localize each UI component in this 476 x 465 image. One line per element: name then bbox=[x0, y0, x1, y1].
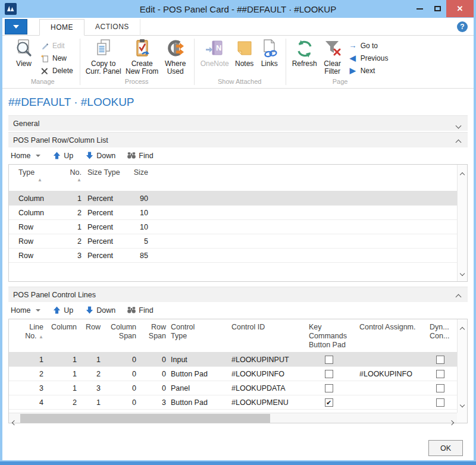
table-row[interactable]: 4 2 1 0 3 Button Pad #LOOKUPMENU ✔ bbox=[9, 395, 457, 410]
move-up-button[interactable]: Up bbox=[52, 306, 73, 315]
column-header-control-type[interactable]: Control Type bbox=[166, 319, 226, 352]
column-header-key-commands[interactable]: Key Commands Button Pad bbox=[303, 319, 355, 352]
copy-to-curr-panel-button[interactable]: Copy to Curr. Panel bbox=[84, 37, 123, 76]
links-button[interactable]: Links bbox=[258, 37, 281, 68]
close-button[interactable]: ✕ bbox=[446, 0, 474, 17]
table-row[interactable]: 3 1 3 0 0 Panel #LOOKUPDATA bbox=[9, 381, 457, 395]
pencil-icon bbox=[40, 41, 49, 51]
view-label: View bbox=[16, 60, 32, 68]
scroll-down-icon[interactable] bbox=[461, 267, 464, 278]
table-row[interactable]: 1 1 1 0 0 Input #LOOKUPINPUT bbox=[9, 353, 457, 367]
move-down-button[interactable]: Down bbox=[85, 306, 115, 315]
key-commands-checkbox[interactable] bbox=[325, 356, 333, 364]
previous-button[interactable]: ◀ Previous bbox=[346, 52, 391, 64]
column-header-column[interactable]: Column bbox=[43, 319, 77, 352]
go-to-button[interactable]: → Go to bbox=[346, 39, 391, 52]
group-label-show-attached: Show Attached bbox=[198, 78, 281, 88]
column-header-control-id[interactable]: Control ID bbox=[226, 319, 303, 352]
ok-button[interactable]: OK bbox=[428, 440, 463, 456]
create-new-from-button[interactable]: Create New From bbox=[123, 37, 161, 76]
header-row: Row bbox=[77, 323, 101, 332]
section-header-general[interactable]: General bbox=[8, 115, 468, 131]
new-page-icon bbox=[40, 54, 49, 63]
delete-button[interactable]: Delete bbox=[37, 64, 76, 77]
maximize-button[interactable] bbox=[428, 0, 446, 17]
column-header-row[interactable]: Row bbox=[77, 319, 101, 352]
tab-home[interactable]: HOME bbox=[39, 19, 84, 36]
dyn-con-checkbox[interactable] bbox=[436, 384, 444, 392]
horizontal-scrollbar[interactable] bbox=[9, 413, 457, 423]
table-row[interactable]: Row 2 Percent 5 bbox=[9, 234, 457, 249]
column-header-size-type[interactable]: Size Type bbox=[82, 165, 126, 191]
manage-small-buttons: Edit New Delete bbox=[37, 37, 76, 77]
scroll-left-icon[interactable] bbox=[12, 416, 16, 427]
move-up-button[interactable]: Up bbox=[52, 152, 73, 160]
where-used-button[interactable]: Where Used bbox=[161, 37, 190, 76]
key-commands-checkbox[interactable] bbox=[325, 384, 333, 392]
refresh-button[interactable]: Refresh bbox=[290, 37, 320, 68]
edit-button[interactable]: Edit bbox=[37, 39, 76, 52]
column-header-control-assignm[interactable]: Control Assignm. bbox=[355, 319, 426, 352]
move-down-button[interactable]: Down bbox=[85, 152, 115, 160]
header-no: No. bbox=[25, 332, 36, 340]
header-control-id: Control ID bbox=[231, 323, 303, 332]
cell-dyn-con bbox=[426, 384, 455, 392]
dyn-con-checkbox[interactable] bbox=[436, 398, 444, 407]
dyn-con-checkbox[interactable] bbox=[436, 356, 444, 364]
column-header-row-span[interactable]: Row Span bbox=[136, 319, 166, 352]
home-menu-button[interactable]: Home bbox=[11, 152, 40, 160]
onenote-button[interactable]: N OneNote bbox=[198, 37, 231, 68]
column-header-column-span[interactable]: Column Span bbox=[101, 319, 136, 352]
section-header-rowcol-list[interactable]: POS Panel Row/Column List bbox=[8, 132, 468, 147]
column-header-dyn-con[interactable]: Dyn... Con... bbox=[426, 319, 455, 352]
next-label: Next bbox=[361, 67, 375, 75]
table-row[interactable]: Column 1 Percent 90 bbox=[9, 191, 457, 206]
minimize-button[interactable] bbox=[411, 0, 428, 17]
cell-no: 3 bbox=[61, 252, 82, 260]
header-key: Key bbox=[309, 323, 355, 332]
key-commands-checkbox[interactable]: ✔ bbox=[325, 398, 333, 407]
section-general-label: General bbox=[13, 120, 39, 128]
scroll-up-icon[interactable] bbox=[461, 323, 464, 334]
column-header-type[interactable]: Type ▲ bbox=[18, 165, 61, 191]
header-column: Column bbox=[43, 323, 77, 332]
table-row[interactable]: Column 2 Percent 10 bbox=[9, 206, 457, 220]
table-row[interactable]: 2 1 2 0 0 Button Pad #LOOKUPINFO #LOOKUP… bbox=[9, 367, 457, 381]
scrollbar-thumb[interactable] bbox=[20, 414, 270, 423]
section-header-control-lines[interactable]: POS Panel Control Lines bbox=[8, 287, 468, 302]
triangle-right-icon: ▶ bbox=[348, 66, 358, 76]
notes-button[interactable]: Notes bbox=[231, 37, 258, 68]
column-header-size[interactable]: Size bbox=[126, 165, 148, 191]
table-row[interactable]: Row 1 Percent 10 bbox=[9, 220, 457, 234]
column-header-no[interactable]: No. ▲ bbox=[61, 165, 82, 191]
find-button[interactable]: Find bbox=[127, 152, 153, 160]
tab-actions[interactable]: ACTIONS bbox=[84, 19, 140, 36]
find-button[interactable]: Find bbox=[127, 306, 153, 315]
table-row[interactable]: Row 3 Percent 85 bbox=[9, 249, 457, 263]
arrow-down-icon bbox=[85, 152, 93, 160]
home-menu-button[interactable]: Home bbox=[11, 306, 40, 315]
vertical-scrollbar[interactable] bbox=[457, 165, 467, 281]
page-title: ##DEFAULT · #LOOKUP bbox=[8, 96, 468, 114]
clear-filter-button[interactable]: Clear Filter bbox=[320, 37, 346, 76]
dyn-con-checkbox[interactable] bbox=[436, 370, 444, 378]
view-button[interactable]: View bbox=[10, 37, 37, 68]
binoculars-icon bbox=[127, 152, 136, 160]
header-no-with-sort: No. ▲ bbox=[18, 332, 43, 341]
help-button[interactable]: ? bbox=[457, 21, 468, 32]
scroll-right-icon[interactable] bbox=[450, 416, 453, 427]
cell-row-span: 0 bbox=[136, 356, 166, 364]
scroll-up-icon[interactable] bbox=[461, 168, 464, 179]
scroll-down-icon[interactable] bbox=[461, 398, 464, 409]
home-menu-label: Home bbox=[11, 152, 30, 160]
vertical-scrollbar[interactable] bbox=[457, 319, 467, 413]
header-row-span-2: Span bbox=[136, 332, 166, 341]
sticky-note-icon bbox=[234, 39, 255, 59]
cell-size-type: Percent bbox=[82, 252, 126, 260]
next-button[interactable]: ▶ Next bbox=[346, 64, 391, 77]
key-commands-checkbox[interactable] bbox=[325, 370, 333, 378]
column-header-line-no[interactable]: Line No. ▲ bbox=[18, 319, 43, 352]
cell-size-type: Percent bbox=[82, 237, 126, 246]
new-button[interactable]: New bbox=[37, 52, 76, 64]
app-menu-button[interactable] bbox=[5, 19, 27, 34]
